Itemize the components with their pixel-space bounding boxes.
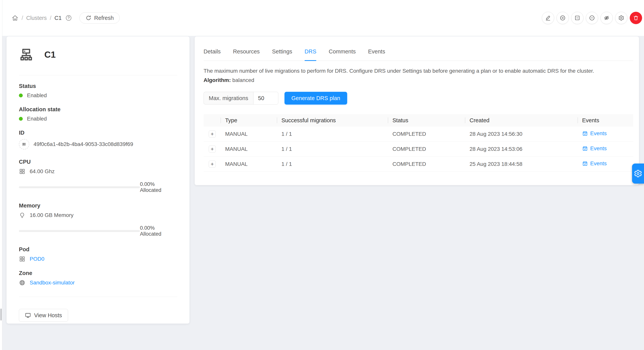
expand-row-button[interactable]: + — [209, 131, 216, 138]
schedule-icon — [582, 131, 588, 136]
pencil-icon — [545, 15, 551, 21]
help-circle-icon[interactable] — [65, 15, 72, 22]
column-header-type: Type — [221, 114, 277, 127]
header-actions — [542, 12, 642, 24]
cell-type: MANUAL — [221, 161, 277, 167]
schedule-icon — [582, 161, 588, 166]
tab-events[interactable]: Events — [368, 48, 385, 61]
max-migrations-label: Max. migrations — [204, 92, 253, 105]
table-row: + MANUAL 1 / 1 COMPLETED 25 Aug 2023 18:… — [204, 157, 633, 172]
globe-icon — [19, 279, 26, 286]
allocation-state-label: Allocation state — [19, 106, 177, 113]
pod-label: Pod — [19, 246, 177, 253]
memory-progress-row: 0.00% Allocated — [19, 225, 177, 237]
edit-button[interactable] — [542, 12, 554, 24]
configure-button[interactable] — [615, 12, 628, 24]
view-hosts-button[interactable]: View Hosts — [19, 309, 68, 322]
barcode-icon — [19, 139, 29, 149]
cell-successful-migrations: 1 / 1 — [277, 161, 388, 167]
pod-value-row: POD0 — [19, 256, 177, 262]
memory-progress-bar — [19, 230, 140, 232]
cluster-icon — [19, 47, 34, 62]
cell-status: COMPLETED — [388, 131, 465, 137]
expand-row-button[interactable]: + — [209, 146, 216, 153]
id-label: ID — [19, 130, 177, 136]
max-migrations-input[interactable] — [253, 92, 278, 105]
home-icon[interactable] — [12, 15, 18, 22]
tab-resources[interactable]: Resources — [233, 48, 260, 61]
appstore-icon — [19, 168, 26, 175]
column-header-created: Created — [465, 114, 578, 127]
events-link[interactable]: Events — [582, 160, 607, 167]
cell-created: 28 Aug 2023 14:53:06 — [465, 146, 578, 152]
disable-button[interactable] — [586, 12, 598, 24]
drs-controls: Max. migrations Generate DRS plan — [204, 92, 633, 105]
column-header-status: Status — [388, 114, 465, 127]
events-link-label: Events — [590, 145, 607, 152]
cell-status: COMPLETED — [388, 146, 465, 152]
status-value: Enabled — [27, 92, 47, 99]
allocation-state-value: Enabled — [27, 116, 47, 122]
table-row: + MANUAL 1 / 1 COMPLETED 28 Aug 2023 14:… — [204, 127, 633, 142]
memory-value-row: 16.00 GB Memory — [19, 212, 177, 218]
status-value-row: Enabled — [19, 92, 177, 99]
view-hosts-label: View Hosts — [34, 312, 62, 318]
drs-description: The maximum number of live migrations to… — [204, 68, 633, 74]
resource-info-panel: C1 Status Enabled Allocation state Enabl… — [6, 37, 190, 323]
refresh-button[interactable]: Refresh — [80, 12, 120, 24]
divider — [19, 75, 177, 75]
refresh-label: Refresh — [94, 15, 114, 21]
breadcrumb: / Clusters / C1 Refresh — [12, 12, 120, 24]
algorithm-value: balanced — [232, 77, 254, 83]
schedule-icon — [582, 146, 588, 151]
cell-successful-migrations: 1 / 1 — [277, 146, 388, 152]
desktop-icon — [25, 312, 31, 318]
trash-icon — [633, 15, 639, 21]
appstore-icon — [19, 256, 26, 262]
cell-status: COMPLETED — [388, 161, 465, 167]
cell-type: MANUAL — [221, 146, 277, 152]
tab-settings[interactable]: Settings — [272, 48, 292, 61]
status-dot-icon — [19, 94, 23, 97]
breadcrumb-separator: / — [22, 15, 23, 21]
events-link[interactable]: Events — [582, 130, 607, 137]
cell-created: 28 Aug 2023 14:56:30 — [465, 131, 578, 137]
memory-allocated-label: 0.00% Allocated — [140, 225, 177, 237]
details-panel: Details Resources Settings DRS Comments … — [195, 37, 639, 185]
cpu-value: 64.00 Ghz — [30, 168, 54, 175]
minus-circle-icon — [589, 15, 595, 21]
cell-type: MANUAL — [221, 131, 277, 137]
pod-link[interactable]: POD0 — [30, 256, 44, 262]
refresh-icon — [86, 15, 92, 21]
column-header-events: Events — [578, 114, 633, 127]
resource-title: C1 — [44, 49, 56, 60]
hide-button[interactable] — [600, 12, 613, 24]
delete-button[interactable] — [630, 12, 642, 24]
events-link-label: Events — [590, 130, 607, 137]
status-label: Status — [19, 83, 177, 89]
events-link[interactable]: Events — [582, 145, 607, 152]
column-header-successful-migrations: Successful migrations — [277, 114, 388, 127]
memory-label: Memory — [19, 202, 177, 209]
tab-comments[interactable]: Comments — [329, 48, 356, 61]
max-migrations-group: Max. migrations — [204, 92, 278, 105]
cpu-label: CPU — [19, 159, 177, 165]
project-settings-button[interactable] — [632, 164, 644, 184]
memory-value: 16.00 GB Memory — [30, 212, 74, 218]
tab-bar: Details Resources Settings DRS Comments … — [204, 37, 633, 61]
id-value-row: 49f0c6a1-4b2b-4ba4-9053-33c08d839f69 — [19, 139, 177, 149]
pause-button[interactable] — [556, 12, 569, 24]
zone-link[interactable]: Sandbox-simulator — [30, 280, 74, 286]
scrollbar-thumb[interactable] — [0, 308, 2, 320]
cell-created: 25 Aug 2023 18:44:58 — [465, 161, 578, 167]
expand-row-button[interactable]: + — [209, 161, 216, 168]
unmanage-button[interactable] — [571, 12, 584, 24]
cpu-progress-row: 0.00% Allocated — [19, 181, 177, 193]
id-value: 49f0c6a1-4b2b-4ba4-9053-33c08d839f69 — [34, 141, 133, 147]
breadcrumb-item-clusters[interactable]: Clusters — [26, 15, 47, 21]
tab-details[interactable]: Details — [204, 48, 221, 61]
generate-drs-plan-button[interactable]: Generate DRS plan — [284, 92, 347, 105]
tab-drs[interactable]: DRS — [304, 48, 316, 61]
drs-plans-table: Type Successful migrations Status Create… — [204, 114, 633, 172]
eye-invisible-icon — [604, 15, 610, 21]
